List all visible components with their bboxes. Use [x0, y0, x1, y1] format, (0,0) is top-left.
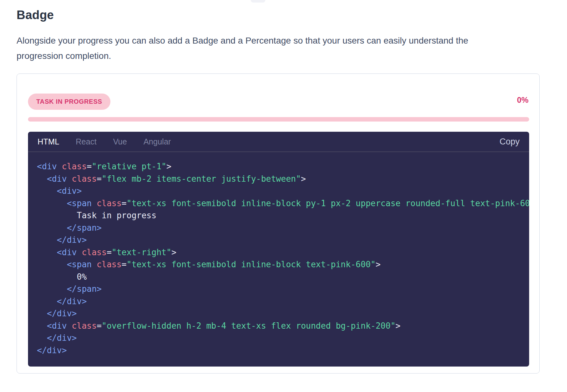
code-token: "text-xs font-semibold inline-block py-1…	[127, 199, 529, 208]
code-token: =	[107, 248, 112, 257]
code-token: >	[375, 260, 381, 269]
code-token: =	[97, 174, 102, 184]
code-line: </div>	[37, 332, 529, 344]
code-token: Task in progress	[37, 211, 157, 220]
code-token: </div>	[37, 333, 77, 343]
code-token: >	[166, 162, 172, 171]
task-status-badge: TASK IN PROGRESS	[28, 94, 110, 110]
code-block: HTMLReactVueAngularCopy <div class="rela…	[28, 132, 529, 367]
code-line: <div class="flex mb-2 items-center justi…	[37, 173, 529, 185]
code-line: Task in progress	[37, 209, 529, 222]
code-line: </div>	[37, 295, 529, 308]
code-token: <div>	[37, 186, 82, 196]
code-token: =	[87, 162, 92, 171]
code-token: class	[57, 162, 87, 171]
code-line: </span>	[37, 222, 529, 234]
code-token: class	[67, 321, 97, 331]
code-line: <div class="text-right">	[37, 246, 529, 259]
code-token: =	[122, 199, 127, 208]
code-token: >	[301, 174, 306, 184]
code-token: </div>	[37, 346, 67, 355]
tab-vue[interactable]: Vue	[113, 137, 127, 146]
code-token: </span>	[37, 223, 102, 233]
code-token: <div	[37, 174, 67, 184]
scrolled-swatch-sliver	[251, 0, 265, 3]
code-token: <div	[37, 248, 77, 257]
code-token: "text-right"	[112, 248, 172, 257]
code-line: <div class="relative pt-1">	[37, 160, 529, 173]
tab-html[interactable]: HTML	[38, 137, 59, 146]
code-token: </div>	[37, 309, 77, 318]
code-token: "flex mb-2 items-center justify-between"	[102, 174, 301, 184]
code-token: >	[172, 248, 177, 257]
code-line: <div>	[37, 185, 529, 197]
code-token: </div>	[37, 297, 87, 306]
page-description: Alongside your progress you can also add…	[17, 33, 513, 64]
code-token: </div>	[37, 235, 87, 245]
code-token: <span	[37, 260, 92, 269]
code-token: class	[77, 248, 107, 257]
code-block-header: HTMLReactVueAngularCopy	[28, 132, 529, 152]
code-line: </div>	[37, 234, 529, 246]
code-line: </div>	[37, 344, 529, 357]
code-token: <div	[37, 162, 57, 171]
tab-react[interactable]: React	[76, 137, 96, 146]
code-token: "text-xs font-semibold inline-block text…	[127, 260, 376, 269]
code-line: </span>	[37, 283, 529, 295]
code-token: =	[122, 260, 127, 269]
code-token: "relative pt-1"	[92, 162, 166, 171]
code-token: 0%	[37, 272, 87, 282]
code-token: class	[92, 260, 122, 269]
code-token: =	[97, 321, 102, 331]
code-token: "overflow-hidden h-2 mb-4 text-xs flex r…	[102, 321, 396, 331]
code-token: >	[396, 321, 401, 331]
progress-bar	[28, 117, 529, 122]
code-token: <span	[37, 199, 92, 208]
code-line: <span class="text-xs font-semibold inlin…	[37, 258, 529, 271]
page-title: Badge	[17, 8, 54, 22]
demo-card: TASK IN PROGRESS 0% HTMLReactVueAngularC…	[17, 74, 540, 374]
copy-button[interactable]: Copy	[500, 137, 520, 147]
tab-angular[interactable]: Angular	[144, 137, 171, 146]
code-token: class	[92, 199, 122, 208]
code-token: <div	[37, 321, 67, 331]
code-token: class	[67, 174, 97, 184]
code-line: <div class="overflow-hidden h-2 mb-4 tex…	[37, 320, 529, 332]
code-line: </div>	[37, 307, 529, 320]
code-line: <span class="text-xs font-semibold inlin…	[37, 197, 529, 210]
code-line: 0%	[37, 271, 529, 283]
code-content: <div class="relative pt-1"> <div class="…	[28, 152, 529, 356]
progress-percentage-label: 0%	[517, 95, 528, 105]
code-token: </span>	[37, 284, 102, 294]
